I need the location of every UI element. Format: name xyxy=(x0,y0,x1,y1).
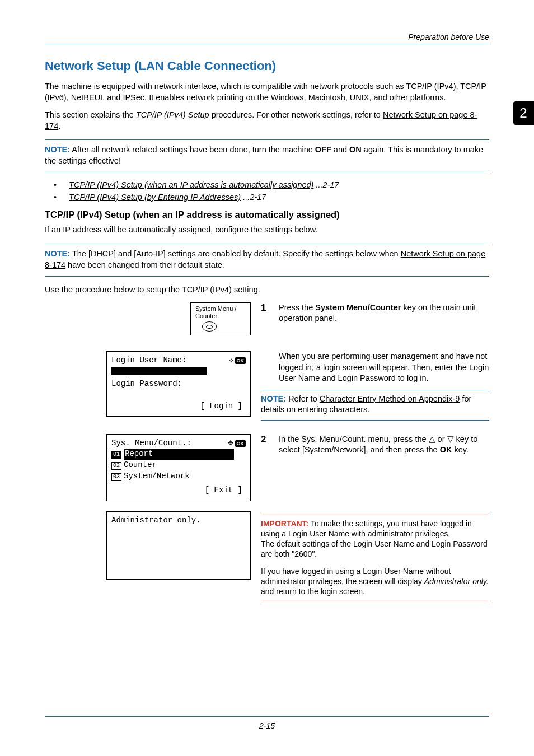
sysmenu-screen: Sys. Menu/Count.: ✥OK 01Report 02Counter… xyxy=(106,434,251,501)
right-column: 1 Press the System Menu/Counter key on t… xyxy=(261,302,489,335)
important-label: IMPORTANT: xyxy=(261,519,308,528)
text: and return to the login screen. xyxy=(261,587,365,596)
menu-row-selected: 01Report xyxy=(111,449,246,460)
label: Login Password: xyxy=(111,379,246,390)
page-header-right: Preparation before Use xyxy=(45,32,489,44)
login-indent-text: When you are performing user management … xyxy=(279,351,489,384)
note-block-1: NOTE: After all network related settings… xyxy=(45,139,489,172)
screen-line: Login User Name: ⟡OK xyxy=(111,355,246,366)
left-column: System Menu / Counter xyxy=(45,302,251,335)
admin-row: Administrator only. IMPORTANT: To make t… xyxy=(45,511,489,601)
imp-para-2: The default settings of the Login User N… xyxy=(261,539,489,559)
right-column: 2 In the Sys. Menu/Count. menu, press th… xyxy=(261,434,489,501)
label: Login User Name: xyxy=(111,355,186,366)
step-1: 1 Press the System Menu/Counter key on t… xyxy=(261,302,489,324)
label: System/Network xyxy=(124,472,190,480)
step-number: 2 xyxy=(261,434,270,456)
section-title: Network Setup (LAN Cable Connection) xyxy=(45,59,489,73)
text: In the Sys. Menu/Count. menu, press the xyxy=(279,435,429,444)
procedure-intro: Use the procedure below to setup the TCP… xyxy=(45,284,489,296)
page: Preparation before Use Network Setup (LA… xyxy=(0,0,534,601)
text: and xyxy=(331,145,349,154)
key-button-shape xyxy=(202,321,217,332)
system-menu-key: System Menu / Counter xyxy=(190,302,251,335)
menu-row: 02Counter xyxy=(111,460,246,471)
screen-line: Sys. Menu/Count.: ✥OK xyxy=(111,438,246,449)
step-2-row: Sys. Menu/Count.: ✥OK 01Report 02Counter… xyxy=(45,434,489,501)
step-text: Press the System Menu/Counter key on the… xyxy=(279,302,489,324)
nav-icon: ⟡ xyxy=(229,356,233,364)
text: have been changed from their default sta… xyxy=(65,260,224,269)
screen-msg: Administrator only. xyxy=(424,577,489,586)
note-label: NOTE: xyxy=(45,145,70,154)
text: If you have logged in using a Login User… xyxy=(261,567,451,586)
list-item: TCP/IP (IPv4) Setup (by Entering IP Addr… xyxy=(54,193,489,202)
step-text: In the Sys. Menu/Count. menu, press the … xyxy=(279,434,489,456)
step-2: 2 In the Sys. Menu/Count. menu, press th… xyxy=(261,434,489,456)
label: Counter xyxy=(124,460,157,469)
text: . xyxy=(58,122,60,130)
input-highlight xyxy=(111,366,246,377)
on-text: ON xyxy=(349,145,362,154)
left-column: Administrator only. xyxy=(45,511,251,601)
sub-intro: If an IP address will be automatically a… xyxy=(45,225,489,236)
important-block: IMPORTANT: To make the settings, you mus… xyxy=(261,515,489,601)
exit-action: [ Exit ] xyxy=(111,485,246,496)
side-tab-chapter: 2 xyxy=(513,101,534,125)
selected-label: Report xyxy=(124,449,234,460)
admin-only-screen: Administrator only. xyxy=(106,511,251,580)
text: procedures. For other network settings, … xyxy=(209,110,383,119)
text: or xyxy=(435,435,447,444)
login-row: Login User Name: ⟡OK Login Password: [ L… xyxy=(45,351,489,426)
text: The [DHCP] and [Auto-IP] settings are en… xyxy=(70,249,401,258)
text: Refer to xyxy=(286,394,320,403)
text: After all network related settings have … xyxy=(70,145,315,154)
step-1-row: System Menu / Counter 1 Press the System… xyxy=(45,302,489,335)
note-block-2: NOTE: The [DHCP] and [Auto-IP] settings … xyxy=(45,244,489,277)
quick-links: TCP/IP (IPv4) Setup (when an IP address … xyxy=(54,180,489,202)
link-ipv4-auto[interactable]: TCP/IP (IPv4) Setup (when an IP address … xyxy=(69,180,313,189)
login-screen: Login User Name: ⟡OK Login Password: [ L… xyxy=(106,351,251,417)
page-footer: 2-15 xyxy=(45,716,489,730)
indent-text-row: When you are performing user management … xyxy=(261,351,489,384)
procedure-name: TCP/IP (IPv4) Setup xyxy=(136,110,209,119)
led-icon xyxy=(206,325,213,329)
ok-key: OK xyxy=(440,445,452,454)
nav-cross-icon: ✥ xyxy=(228,439,233,447)
login-action: [ Login ] xyxy=(111,401,246,412)
spacer xyxy=(261,351,270,384)
intro-paragraph-2: This section explains the TCP/IP (IPv4) … xyxy=(45,110,489,132)
ok-icon: OK xyxy=(235,357,246,364)
left-column: Sys. Menu/Count.: ✥OK 01Report 02Counter… xyxy=(45,434,251,501)
row-num: 02 xyxy=(111,462,121,470)
right-column: When you are performing user management … xyxy=(261,351,489,426)
up-triangle-icon: △ xyxy=(429,435,435,444)
text: This section explains the xyxy=(45,110,136,119)
label: Sys. Menu/Count.: xyxy=(111,438,191,449)
note-label: NOTE: xyxy=(261,394,286,403)
char-entry-link[interactable]: Character Entry Method on Appendix-9 xyxy=(320,394,460,403)
note-block-3: NOTE: Refer to Character Entry Method on… xyxy=(261,390,489,421)
menu-row: 03System/Network xyxy=(111,471,246,482)
note-label: NOTE: xyxy=(45,249,70,258)
intro-paragraph-1: The machine is equipped with network int… xyxy=(45,81,489,103)
page-ref: ...2-17 xyxy=(241,193,266,202)
indicator-group: ✥OK xyxy=(228,438,246,449)
step-number: 1 xyxy=(261,302,270,324)
link-ipv4-manual[interactable]: TCP/IP (IPv4) Setup (by Entering IP Addr… xyxy=(69,193,241,202)
right-column: IMPORTANT: To make the settings, you mus… xyxy=(261,511,489,601)
imp-para-1: IMPORTANT: To make the settings, you mus… xyxy=(261,519,489,539)
indicator-group: ⟡OK xyxy=(229,355,246,366)
page-ref: ...2-17 xyxy=(313,180,339,189)
sub-heading: TCP/IP (IPv4) Setup (when an IP address … xyxy=(45,209,489,220)
list-item: TCP/IP (IPv4) Setup (when an IP address … xyxy=(54,180,489,189)
row-num: 01 xyxy=(111,451,121,459)
text: Report xyxy=(125,449,153,458)
left-column: Login User Name: ⟡OK Login Password: [ L… xyxy=(45,351,251,426)
imp-para-3: If you have logged in using a Login User… xyxy=(261,566,489,597)
key-label: System Menu / Counter xyxy=(195,305,247,320)
text: Press the xyxy=(279,303,315,312)
text: key. xyxy=(452,445,469,454)
down-triangle-icon: ▽ xyxy=(447,435,454,444)
row-num: 03 xyxy=(111,473,121,481)
